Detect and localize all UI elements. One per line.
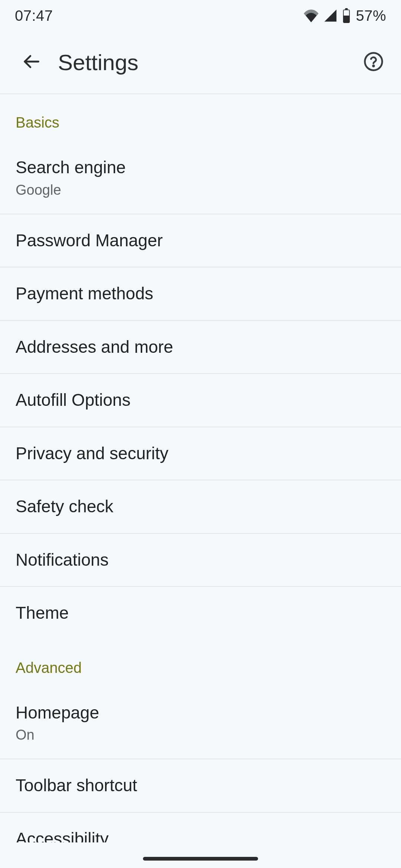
status-bar: 07:47 57% (0, 0, 401, 31)
settings-list[interactable]: Basics Search engine Google Password Man… (0, 94, 401, 868)
item-autofill-options[interactable]: Autofill Options (0, 374, 401, 427)
item-title: Safety check (16, 496, 385, 517)
item-title: Autofill Options (16, 389, 385, 411)
item-payment-methods[interactable]: Payment methods (0, 267, 401, 321)
app-bar: Settings (0, 31, 401, 94)
item-privacy-security[interactable]: Privacy and security (0, 427, 401, 481)
item-title: Theme (16, 602, 385, 624)
item-title: Homepage (16, 702, 385, 724)
item-title: Search engine (16, 157, 385, 178)
item-theme[interactable]: Theme (0, 587, 401, 640)
item-title: Accessibility (16, 828, 385, 842)
section-advanced: Advanced (0, 640, 401, 687)
back-button[interactable] (13, 45, 49, 80)
svg-rect-2 (344, 10, 349, 16)
item-title: Payment methods (16, 283, 385, 305)
item-subtitle: Google (16, 182, 385, 198)
item-search-engine[interactable]: Search engine Google (0, 141, 401, 214)
svg-point-5 (373, 65, 374, 66)
item-title: Toolbar shortcut (16, 775, 385, 796)
help-button[interactable] (356, 45, 391, 80)
item-subtitle: On (16, 727, 385, 743)
gesture-nav-bar[interactable] (143, 857, 258, 861)
status-right: 57% (303, 7, 386, 24)
item-title: Addresses and more (16, 336, 385, 358)
cellular-icon (324, 9, 337, 22)
item-accessibility[interactable]: Accessibility (0, 813, 401, 842)
page-title: Settings (58, 50, 356, 75)
item-safety-check[interactable]: Safety check (0, 480, 401, 534)
battery-percentage: 57% (356, 7, 386, 24)
item-homepage[interactable]: Homepage On (0, 687, 401, 760)
item-title: Notifications (16, 549, 385, 571)
svg-rect-1 (345, 8, 348, 10)
svg-point-4 (365, 53, 382, 70)
item-addresses[interactable]: Addresses and more (0, 321, 401, 374)
section-basics: Basics (0, 94, 401, 141)
status-time: 07:47 (15, 7, 53, 24)
item-password-manager[interactable]: Password Manager (0, 214, 401, 268)
item-title: Password Manager (16, 230, 385, 251)
item-title: Privacy and security (16, 443, 385, 464)
battery-icon (342, 8, 351, 23)
item-toolbar-shortcut[interactable]: Toolbar shortcut (0, 759, 401, 813)
wifi-icon (303, 9, 319, 22)
help-circle-icon (363, 51, 384, 73)
arrow-left-icon (22, 52, 41, 73)
item-notifications[interactable]: Notifications (0, 534, 401, 587)
